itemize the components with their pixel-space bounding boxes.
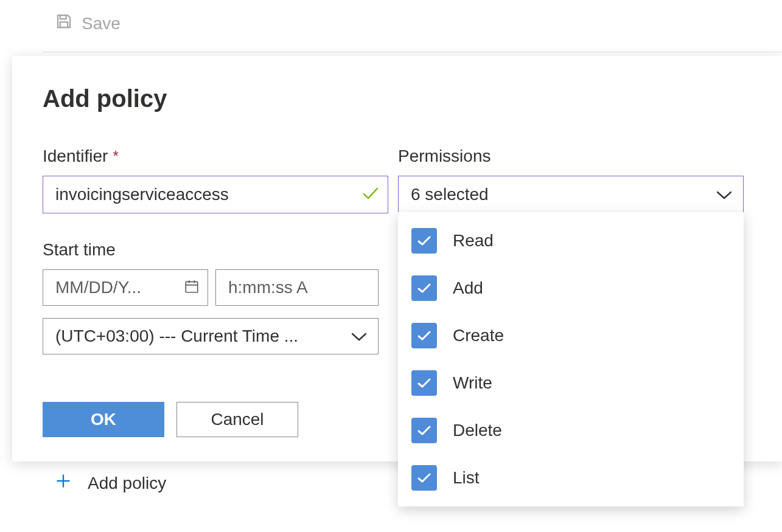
permission-option-list[interactable]: List: [398, 454, 744, 502]
identifier-input-wrap: [43, 176, 388, 213]
checkbox-checked-icon: [411, 323, 437, 348]
checkbox-checked-icon: [411, 418, 437, 443]
timezone-select[interactable]: (UTC+03:00) --- Current Time ...: [43, 318, 379, 354]
toolbar: Save: [0, 0, 782, 52]
permission-option-add[interactable]: Add: [398, 264, 744, 312]
checkbox-checked-icon: [411, 370, 437, 396]
form-columns: Identifier * Start time: [43, 147, 752, 437]
svg-rect-4: [186, 282, 198, 292]
permission-option-create[interactable]: Create: [398, 312, 744, 359]
identifier-label: Identifier *: [43, 147, 388, 166]
svg-rect-1: [60, 22, 68, 27]
identifier-input[interactable]: [43, 176, 388, 213]
modal-panel: Add policy Identifier * Start time: [12, 56, 782, 461]
chevron-down-icon: [351, 326, 367, 346]
start-time-row: [43, 269, 388, 306]
save-button[interactable]: Save: [55, 12, 120, 35]
checkbox-checked-icon: [411, 228, 437, 254]
permissions-selected-text: 6 selected: [411, 185, 489, 204]
date-input-wrap: [43, 269, 208, 306]
permission-label: Write: [453, 373, 492, 393]
checkbox-checked-icon: [411, 465, 437, 491]
modal-footer: OK Cancel: [43, 402, 388, 437]
permissions-label: Permissions: [398, 147, 744, 166]
permission-label: Delete: [453, 421, 502, 440]
column-left: Identifier * Start time: [43, 147, 388, 437]
add-policy-label: Add policy: [88, 474, 166, 493]
chevron-down-icon: [716, 185, 732, 204]
toolbar-divider: [43, 52, 782, 52]
permission-label: Read: [453, 231, 494, 250]
save-icon: [55, 12, 73, 35]
permission-label: Add: [453, 278, 483, 298]
plus-icon: [55, 472, 72, 494]
check-icon: [363, 187, 379, 202]
time-input[interactable]: [215, 269, 379, 306]
ok-button[interactable]: OK: [43, 402, 164, 437]
permission-label: List: [453, 468, 480, 488]
permission-option-delete[interactable]: Delete: [398, 407, 744, 454]
required-star-icon: *: [113, 148, 118, 165]
timezone-value: (UTC+03:00) --- Current Time ...: [55, 326, 298, 346]
add-policy-row[interactable]: Add policy: [55, 472, 166, 494]
modal-title: Add policy: [43, 85, 752, 112]
permissions-dropdown: Read Add Create: [398, 212, 744, 506]
start-time-label: Start time: [43, 240, 388, 260]
permission-option-read[interactable]: Read: [398, 217, 744, 264]
checkbox-checked-icon: [411, 275, 437, 301]
column-right: Permissions 6 selected Read: [398, 147, 744, 437]
permissions-select[interactable]: 6 selected: [398, 176, 744, 213]
svg-rect-0: [60, 15, 66, 19]
cancel-button[interactable]: Cancel: [176, 402, 298, 437]
save-label: Save: [82, 14, 120, 33]
calendar-icon[interactable]: [184, 278, 200, 297]
permission-label: Create: [453, 326, 504, 345]
permission-option-write[interactable]: Write: [398, 359, 744, 407]
